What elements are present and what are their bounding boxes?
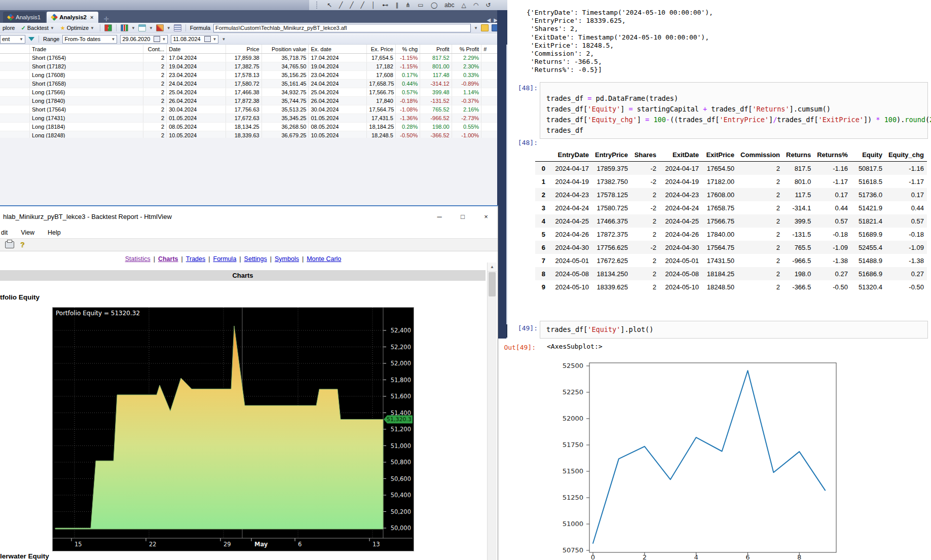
code-token [880,116,884,124]
tab-analysis2[interactable]: Analysis2 × [47,12,98,23]
backtest-button[interactable]: ✓ Backtest ▼ [19,24,55,32]
rectangle-tool-icon[interactable]: ▭ [418,2,423,9]
calendar-icon[interactable] [154,36,160,42]
arc-tool-icon[interactable]: ◠ [473,2,478,9]
triangle-tool-icon[interactable]: △ [461,2,466,9]
report-link-statistics[interactable]: Statistics [125,255,151,263]
close-tab-icon[interactable]: × [90,14,93,20]
code-cell-49[interactable]: trades_df['Equity'].plot() [540,321,928,339]
chevron-down-icon[interactable]: ▼ [149,26,153,30]
minimize-button[interactable]: ─ [428,209,451,224]
column-header[interactable] [0,45,29,54]
pointer-tool-icon[interactable]: ↖ [327,2,332,9]
table-row[interactable]: Long (17566)225.04.202417,466.3834,932.7… [0,88,497,97]
table-row[interactable]: Short (17654)217.04.202417,859.3835,718.… [0,54,497,62]
toolbar-overflow-icon[interactable]: ▼ [221,37,226,42]
table-row[interactable]: Long (17840)226.04.202417,872.3835,744.7… [0,97,497,105]
close-button[interactable]: × [474,209,498,224]
help-icon[interactable]: ? [20,241,25,249]
table-row[interactable]: Short (17658)224.04.202417,580.7235,161.… [0,80,497,88]
cell: 17,182 [367,62,395,71]
date-to-field[interactable]: 11.08.2024 ▼ [171,35,218,44]
text-tool-icon[interactable]: abc [444,2,454,9]
print-icon[interactable] [5,241,14,248]
trendline-tool-icon[interactable]: ╱ [339,2,343,9]
ellipse-tool-icon[interactable]: ◯ [431,2,437,9]
column-header[interactable]: Ex. date [309,45,367,54]
column-header[interactable]: Trade [29,45,143,54]
table-row[interactable]: Short (17564)230.04.202417,756.6335,513.… [0,105,497,114]
cell: 23.04.2024 [167,71,226,80]
report-link-trades[interactable]: Trades [186,255,205,263]
chevron-down-icon[interactable]: ▼ [131,26,135,30]
df-cell: 2024-04-26 [659,228,702,241]
code-token: trades_df[ [777,116,818,124]
column-header[interactable]: Position value [262,45,309,54]
df-cell: 2024-04-19 [548,175,592,188]
horizontal-line-tool-icon[interactable]: ⊷ [382,2,388,9]
report-link-charts[interactable]: Charts [158,255,178,263]
chevron-down-icon[interactable]: ▼ [90,26,94,30]
column-header[interactable]: Date [167,45,226,54]
out47-dict-output: {'EntryDate': Timestamp('2024-05-10 00:0… [527,9,713,74]
report-link-formula[interactable]: Formula [213,255,237,263]
table-row[interactable]: Long (17431)201.05.202417,672.6335,345.2… [0,114,497,123]
column-header[interactable]: Cont... [143,45,166,54]
calendar-icon[interactable] [204,36,211,42]
column-header[interactable]: Ex. Price [367,45,395,54]
apply-to-dropdown[interactable]: ent ▼ [0,35,25,44]
settings-icon[interactable] [174,24,181,31]
colored-squares-icon[interactable] [104,24,112,31]
chevron-down-icon[interactable]: ▼ [474,26,478,30]
range-toolbar: ent ▼ Range From-To dates ▼ 29.06.2020 ▼… [0,34,507,45]
table-row[interactable]: Long (17608)223.04.202417,578.1335,156.2… [0,71,497,80]
table-row[interactable]: Short (17182)219.04.202417,382.7534,765.… [0,62,497,71]
scrollbar-thumb[interactable] [489,272,496,296]
column-header[interactable]: Price [226,45,262,54]
new-tab-icon[interactable]: ✛ [103,15,109,23]
chevron-down-icon[interactable]: ▼ [167,26,171,30]
explore-button[interactable]: plore [1,24,16,31]
report-link-settings[interactable]: Settings [244,255,267,263]
parallel-lines-tool-icon[interactable]: ∥ [395,2,398,9]
df-cell: 52455.4 [851,241,885,254]
formula-path-input[interactable] [213,24,471,32]
range-mode-dropdown[interactable]: From-To dates ▼ [62,35,117,44]
column-header[interactable]: % chg [395,45,420,54]
column-header[interactable]: # [481,45,497,54]
menu-edit[interactable]: dit [1,229,8,236]
ray-line-tool-icon[interactable]: ╱ [350,2,353,9]
tools-icon[interactable] [156,24,164,31]
folder-open-icon[interactable] [481,24,489,31]
code-token: ] [637,116,645,124]
tab-analysis1[interactable]: Analysis1 [3,12,46,23]
pitchfork-tool-icon[interactable]: ⋔ [405,2,411,9]
cell: 0.57% [395,88,420,97]
window-title-bar[interactable]: hlab_Minikurz_pyBT_lekce3 - Backtest Rep… [0,206,498,227]
optimize-button[interactable]: ★ Optimize ▼ [59,24,96,32]
table-icon[interactable] [138,24,146,31]
report-link-symbols[interactable]: Symbols [275,255,299,263]
chevron-down-icon[interactable]: ▼ [50,26,54,30]
table-row[interactable]: Long (18184)208.05.202418,134.2536,268.5… [0,123,497,131]
chart-icon[interactable] [121,24,128,31]
svg-text:51,400: 51,400 [391,409,411,417]
scroll-up-icon[interactable]: ▲ [488,263,497,272]
code-token: ). [897,116,905,124]
report-scrollbar[interactable]: ▲ [487,263,497,560]
column-header[interactable]: Profit [420,45,452,54]
vertical-line-tool-icon[interactable]: │ [371,2,376,9]
scroll-tabs-left-icon[interactable]: ◀ [487,17,491,23]
regression-tool-icon[interactable]: ↺ [486,2,491,9]
menu-view[interactable]: View [21,229,34,236]
column-header[interactable]: % Profit [452,45,481,54]
maximize-button[interactable]: □ [451,209,474,224]
menu-help[interactable]: Help [48,229,61,236]
table-header-row[interactable]: TradeCont...DatePricePosition valueEx. d… [0,45,497,54]
filter-icon[interactable] [28,37,34,41]
toolbar-grip[interactable] [316,2,319,9]
extended-line-tool-icon[interactable]: ╱ [361,2,364,9]
date-from-field[interactable]: 29.06.2020 ▼ [120,35,168,44]
report-link-monte-carlo[interactable]: Monte Carlo [307,255,341,263]
code-cell-48[interactable]: trades_df = pd.DataFrame(trades)trades_d… [540,82,928,139]
